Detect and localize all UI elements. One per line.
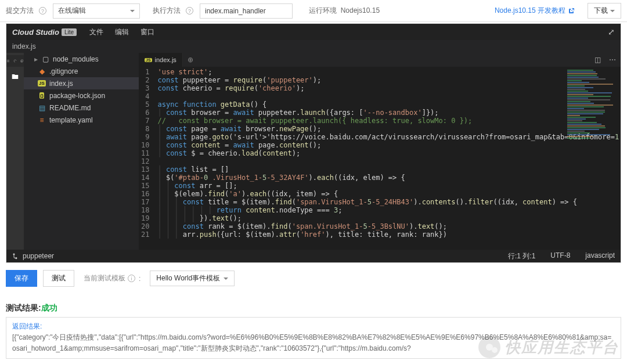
chevron-down-icon — [130, 10, 135, 12]
ide-titlebar: Cloud Studio Lite 文件 编辑 窗口 ⤢ — [6, 24, 621, 40]
ide-menu: 文件 编辑 窗口 — [89, 27, 154, 37]
template-select[interactable]: Hello World事件模板 — [150, 271, 235, 286]
tab-more-icon[interactable]: ⋯ — [604, 56, 621, 64]
exec-method-value: index.main_handler — [205, 7, 266, 15]
tree-file-package-lock[interactable]: {}package-lock.json — [24, 89, 139, 102]
menu-edit[interactable]: 编辑 — [115, 27, 129, 37]
status-branch[interactable]: puppeteer — [23, 252, 54, 260]
return-label: 返回结果: — [12, 321, 615, 332]
tutorial-link[interactable]: Node.js10.15 开发教程 — [495, 6, 575, 16]
tree-file-gitignore[interactable]: ◆.gitignore — [24, 65, 139, 77]
list-icon[interactable] — [6, 57, 10, 65]
wechat-icon — [478, 336, 500, 358]
test-button[interactable]: 测试 — [43, 270, 74, 287]
runtime-label: 运行环境 Nodejs10.15 — [309, 6, 380, 16]
status-encoding[interactable]: UTF-8 — [550, 251, 570, 261]
exec-method-label: 执行方法 — [153, 6, 181, 16]
file-explorer: ▸▢node_modules ◆.gitignore JSindex.js {}… — [24, 53, 139, 250]
help-icon[interactable]: i — [128, 275, 135, 282]
tab-indexjs[interactable]: JSindex.js — [139, 53, 183, 67]
minimap[interactable] — [566, 69, 618, 133]
branch-icon — [12, 253, 19, 260]
editor: JSindex.js ⊕ ◫ ⋯ 1 2 3 4 5 6 7 8 9 10 11… — [139, 53, 621, 250]
submit-method-select[interactable]: 在线编辑 — [53, 3, 140, 19]
tab-add-button[interactable]: ⊕ — [183, 56, 198, 64]
current-template-label: 当前测试模板i: — [80, 271, 144, 286]
split-editor-icon[interactable]: ◫ — [591, 56, 604, 64]
fullscreen-icon[interactable]: ⤢ — [608, 27, 615, 37]
explorer-toolbar — [6, 55, 24, 67]
line-numbers: 1 2 3 4 5 6 7 8 9 10 11 12 13 14 15 16 1… — [139, 67, 155, 250]
result-status: 成功 — [41, 303, 57, 312]
tab-bar: JSindex.js ⊕ ◫ ⋯ — [139, 53, 621, 67]
ide-brand: Cloud Studio — [12, 28, 59, 37]
code-area[interactable]: 1 2 3 4 5 6 7 8 9 10 11 12 13 14 15 16 1… — [139, 67, 621, 250]
chevron-down-icon — [610, 10, 615, 12]
download-button[interactable]: 下载 — [588, 3, 621, 19]
save-button[interactable]: 保存 — [6, 270, 37, 287]
menu-window[interactable]: 窗口 — [140, 27, 154, 37]
external-link-icon — [568, 8, 575, 15]
ide-panel: Cloud Studio Lite 文件 编辑 窗口 ⤢ index.js ▸▢… — [6, 23, 621, 263]
code-content[interactable]: 'use strict'; const puppeteer = require(… — [155, 67, 621, 250]
help-icon[interactable]: ? — [186, 7, 193, 15]
files-icon[interactable] — [11, 73, 19, 81]
open-file-name: index.js — [12, 42, 36, 51]
submit-method-label: 提交方法 — [6, 6, 34, 16]
help-icon[interactable]: ? — [39, 7, 46, 15]
status-position[interactable]: 行:1 列:1 — [508, 251, 535, 261]
refresh-icon[interactable] — [13, 57, 17, 65]
tree-file-template[interactable]: ≡template.yaml — [24, 114, 139, 126]
test-result-header: 测试结果:成功 — [6, 303, 621, 313]
open-file-bar: index.js — [6, 40, 621, 53]
config-header: 提交方法 ? 在线编辑 执行方法 ? index.main_handler 运行… — [0, 0, 627, 22]
submit-method-value: 在线编辑 — [58, 6, 86, 16]
activity-bar — [6, 53, 24, 250]
ide-statusbar: puppeteer 行:1 列:1 UTF-8 javascript — [6, 250, 621, 262]
menu-file[interactable]: 文件 — [89, 27, 103, 37]
exec-method-input[interactable]: index.main_handler — [200, 3, 293, 19]
tree-file-indexjs[interactable]: JSindex.js — [24, 77, 139, 89]
tree-folder-node-modules[interactable]: ▸▢node_modules — [24, 53, 139, 65]
chevron-down-icon — [224, 277, 228, 280]
status-language[interactable]: javascript — [585, 251, 615, 261]
lite-badge: Lite — [62, 28, 77, 36]
tree-file-readme[interactable]: ▤README.md — [24, 102, 139, 114]
watermark: 快应用生态平台 — [478, 336, 619, 358]
action-row: 保存 测试 当前测试模板i: Hello World事件模板 — [6, 270, 621, 287]
